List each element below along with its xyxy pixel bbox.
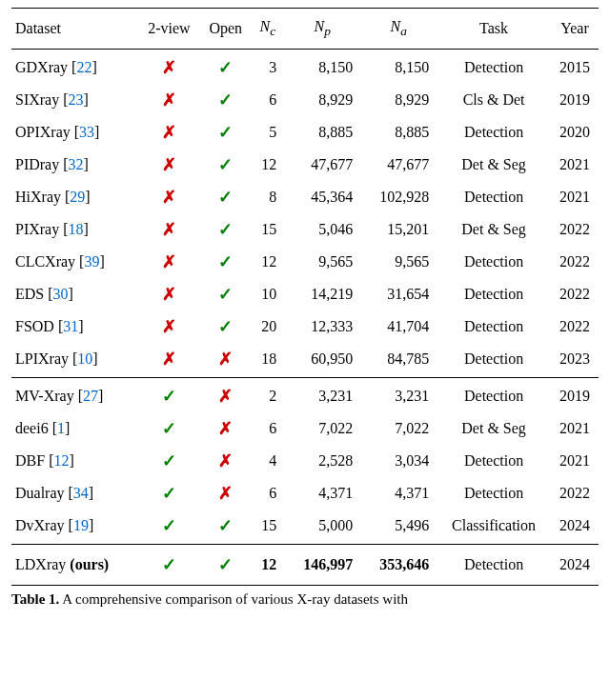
open-cell: ✓ — [200, 310, 251, 343]
np-cell: 2,528 — [284, 445, 360, 477]
comparison-table: Dataset 2-view Open Nc Np Na Task Year G… — [11, 8, 599, 586]
header-dataset: Dataset — [11, 9, 138, 50]
check-icon: ✓ — [218, 188, 233, 207]
twoview-cell: ✗ — [138, 84, 200, 116]
np-cell: 9,565 — [284, 246, 360, 278]
open-cell: ✓ — [200, 278, 251, 310]
header-task: Task — [437, 9, 551, 50]
table-row: GDXray [22]✗✓38,1508,150Detection2015 — [11, 50, 599, 85]
header-open: Open — [200, 9, 251, 50]
np-cell: 5,046 — [284, 213, 360, 246]
citation-link[interactable]: 27 — [83, 388, 98, 404]
nc-cell: 6 — [251, 412, 284, 445]
twoview-cell: ✓ — [138, 477, 200, 510]
na-cell: 4,371 — [360, 477, 437, 510]
year-cell: 2022 — [551, 213, 599, 246]
citation-link[interactable]: 19 — [73, 517, 89, 533]
citation-link[interactable]: 1 — [57, 420, 65, 436]
citation-link[interactable]: 10 — [77, 350, 92, 367]
nc-cell: 12 — [251, 545, 284, 586]
check-icon: ✓ — [162, 387, 176, 406]
open-cell: ✓ — [200, 84, 251, 116]
check-icon: ✓ — [218, 90, 233, 110]
year-cell: 2021 — [551, 445, 599, 477]
twoview-cell: ✗ — [138, 50, 200, 85]
header-year: Year — [551, 9, 599, 50]
dataset-name-cell: DBF [12] — [11, 445, 138, 477]
year-cell: 2022 — [551, 310, 599, 343]
cross-icon: ✗ — [162, 350, 176, 369]
nc-cell: 3 — [251, 50, 284, 85]
year-cell: 2020 — [551, 116, 599, 149]
cross-icon: ✗ — [162, 58, 176, 77]
year-cell: 2022 — [551, 278, 599, 310]
dataset-name: PIXray — [15, 221, 59, 237]
cross-icon: ✗ — [162, 155, 176, 174]
citation-link[interactable]: 34 — [73, 485, 89, 501]
np-cell: 14,219 — [284, 278, 360, 310]
cross-icon: ✗ — [218, 387, 233, 406]
dataset-name-cell: CLCXray [39] — [11, 246, 138, 278]
task-cell: Detection — [437, 278, 551, 310]
open-cell: ✗ — [200, 477, 251, 510]
table-row: HiXray [29]✗✓845,364102,928Detection2021 — [11, 181, 599, 213]
nc-cell: 6 — [251, 477, 284, 510]
ours-row: LDXray (ours)✓✓12146,997353,646Detection… — [11, 545, 599, 586]
dataset-name: EDS — [15, 286, 44, 302]
na-cell: 15,201 — [360, 213, 437, 246]
year-cell: 2021 — [551, 149, 599, 181]
caption-text: A comprehensive comparison of various X-… — [59, 591, 408, 607]
check-icon: ✓ — [162, 419, 176, 438]
citation-link[interactable]: 39 — [84, 253, 99, 270]
twoview-cell: ✓ — [138, 412, 200, 445]
header-twoview: 2-view — [138, 9, 200, 50]
dataset-name-cell: EDS [30] — [11, 278, 138, 310]
table-row: MV-Xray [27]✓✗23,2313,231Detection2019 — [11, 378, 599, 413]
dataset-name: GDXray — [15, 59, 68, 75]
na-cell: 3,231 — [360, 378, 437, 413]
check-icon: ✓ — [218, 123, 233, 142]
citation-link[interactable]: 22 — [76, 59, 92, 75]
cross-icon: ✗ — [162, 285, 176, 304]
citation-link[interactable]: 12 — [53, 452, 69, 469]
citation-link[interactable]: 18 — [69, 221, 84, 237]
na-cell: 8,150 — [360, 50, 437, 85]
dataset-name: LPIXray — [15, 350, 69, 367]
dataset-name-cell: FSOD [31] — [11, 310, 138, 343]
dataset-name-cell: LDXray (ours) — [11, 545, 138, 586]
table-row: PIDray [32]✗✓1247,67747,677Det & Seg2021 — [11, 149, 599, 181]
citation-link[interactable]: 32 — [69, 156, 84, 172]
na-cell: 8,885 — [360, 116, 437, 149]
table-row: FSOD [31]✗✓2012,33341,704Detection2022 — [11, 310, 599, 343]
dataset-name-cell: LPIXray [10] — [11, 343, 138, 378]
dataset-name-cell: PIXray [18] — [11, 213, 138, 246]
dataset-name: FSOD — [15, 318, 54, 334]
open-cell: ✓ — [200, 50, 251, 85]
check-icon: ✓ — [218, 252, 233, 271]
nc-cell: 20 — [251, 310, 284, 343]
cross-icon: ✗ — [162, 90, 176, 110]
nc-cell: 10 — [251, 278, 284, 310]
task-cell: Detection — [437, 477, 551, 510]
cross-icon: ✗ — [162, 220, 176, 239]
twoview-cell: ✗ — [138, 181, 200, 213]
open-cell: ✓ — [200, 149, 251, 181]
year-cell: 2023 — [551, 343, 599, 378]
dataset-name: deei6 — [15, 420, 49, 436]
np-cell: 8,150 — [284, 50, 360, 85]
citation-link[interactable]: 30 — [53, 286, 69, 302]
task-cell: Det & Seg — [437, 412, 551, 445]
twoview-cell: ✗ — [138, 343, 200, 378]
twoview-cell: ✓ — [138, 378, 200, 413]
table-header-row: Dataset 2-view Open Nc Np Na Task Year — [11, 9, 599, 50]
caption-label: Table 1. — [11, 591, 59, 607]
citation-link[interactable]: 29 — [70, 189, 85, 205]
citation-link[interactable]: 31 — [63, 318, 78, 334]
citation-link[interactable]: 23 — [69, 91, 84, 108]
task-cell: Detection — [437, 310, 551, 343]
open-cell: ✗ — [200, 412, 251, 445]
na-cell: 41,704 — [360, 310, 437, 343]
dataset-name-cell: PIDray [32] — [11, 149, 138, 181]
citation-link[interactable]: 33 — [79, 124, 94, 140]
open-cell: ✓ — [200, 510, 251, 545]
